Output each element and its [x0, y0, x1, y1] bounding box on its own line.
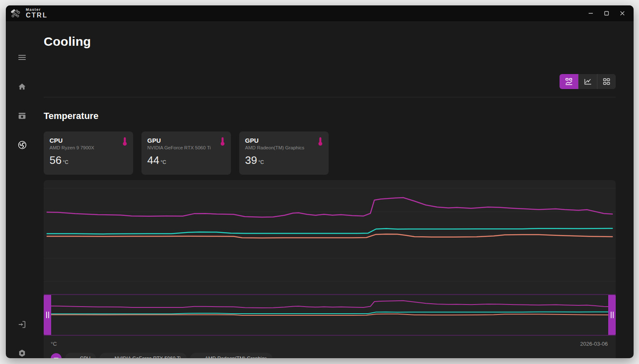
sign-in-button[interactable]	[14, 316, 30, 333]
chart-minimap-brush[interactable]	[44, 294, 616, 336]
brand-wordmark-top: Master	[26, 8, 48, 12]
legend-item-gpu-amd[interactable]: AMD Radeon(TM) Graphics	[190, 353, 273, 358]
legend-color-dash	[196, 358, 202, 359]
brush-handle-left[interactable]	[44, 295, 51, 335]
legend-color-dash	[105, 358, 111, 359]
section-divider	[44, 97, 616, 97]
grid-icon	[602, 77, 611, 86]
minimize-button[interactable]	[585, 8, 597, 19]
app-window: Master CTRL	[6, 5, 634, 358]
card-value: 39°C	[245, 154, 323, 167]
card-title: GPU	[147, 137, 225, 144]
home-icon	[17, 82, 27, 91]
sidebar	[6, 21, 38, 358]
sidebar-item-cooling[interactable]	[14, 136, 30, 153]
legend-item-cpu[interactable]: CPU	[65, 353, 96, 358]
brand-wordmark: Master CTRL	[26, 8, 48, 19]
sensor-card-cpu[interactable]: CPU AMD Ryzen 9 7900X 56°C	[44, 131, 133, 175]
hamburger-icon	[17, 53, 27, 62]
temperature-line-chart	[44, 182, 616, 292]
close-icon	[620, 11, 625, 16]
card-value: 56°C	[50, 154, 127, 167]
card-subtitle: NVIDIA GeForce RTX 5060 Ti	[147, 145, 225, 150]
maximize-button[interactable]	[600, 8, 613, 19]
card-unit: °C	[258, 159, 264, 165]
sensor-cards: CPU AMD Ryzen 9 7900X 56°C GPU NVIDIA Ge…	[44, 131, 329, 175]
settings-icon	[17, 349, 27, 358]
sign-in-icon	[17, 320, 27, 329]
legend-item-gpu-nvidia[interactable]: NVIDIA GeForce RTX 5060 Ti	[99, 353, 186, 358]
chart-date-label: 2026-03-06	[580, 341, 608, 347]
page-title: Cooling	[44, 35, 91, 49]
device-icon	[17, 111, 27, 120]
pause-button[interactable]	[51, 353, 62, 358]
menu-button[interactable]	[14, 49, 30, 66]
temperature-section-title: Temperature	[44, 111, 99, 121]
legend-label: NVIDIA GeForce RTX 5060 Ti	[114, 356, 181, 358]
fan-icon	[17, 140, 27, 150]
view-chart-button[interactable]	[578, 74, 597, 89]
minimap-chart	[44, 295, 616, 335]
main-content: Cooling	[38, 21, 634, 358]
brush-handle-right[interactable]	[608, 295, 616, 335]
thermometer-icon	[317, 136, 323, 146]
card-title: CPU	[50, 137, 127, 144]
y-axis-unit-label: °C	[51, 341, 57, 347]
view-grid-button[interactable]	[597, 74, 616, 89]
sidebar-item-devices[interactable]	[14, 107, 30, 124]
close-button[interactable]	[616, 8, 629, 19]
card-unit: °C	[161, 159, 166, 165]
card-title: GPU	[245, 137, 323, 144]
card-subtitle: AMD Ryzen 9 7900X	[50, 145, 127, 150]
minimize-icon	[588, 11, 593, 16]
settings-button[interactable]	[14, 345, 30, 358]
cards-and-chart-icon	[565, 77, 574, 86]
legend-label: AMD Radeon(TM) Graphics	[205, 356, 267, 358]
view-combined-button[interactable]	[560, 74, 578, 89]
thermometer-icon	[220, 136, 225, 146]
window-controls	[585, 8, 629, 19]
app-logo: Master CTRL	[10, 8, 48, 19]
card-subtitle: AMD Radeon(TM) Graphics	[245, 145, 323, 150]
pause-icon	[54, 358, 59, 358]
titlebar: Master CTRL	[6, 5, 634, 21]
view-toggle-group	[560, 74, 616, 89]
sidebar-item-home[interactable]	[14, 78, 30, 95]
chart-legend: CPU NVIDIA GeForce RTX 5060 Ti AMD Radeo…	[44, 353, 616, 358]
card-unit: °C	[63, 159, 68, 165]
brand-wordmark-bottom: CTRL	[26, 12, 48, 19]
legend-label: CPU	[80, 356, 90, 358]
thermometer-icon	[122, 136, 128, 146]
temperature-chart-panel: °C 2026-03-06 CPU NVIDIA GeForce RTX 506…	[44, 180, 616, 358]
maximize-icon	[604, 11, 609, 16]
sensor-card-gpu-nvidia[interactable]: GPU NVIDIA GeForce RTX 5060 Ti 44°C	[141, 131, 231, 175]
card-value: 44°C	[147, 154, 225, 167]
sensor-card-gpu-amd[interactable]: GPU AMD Radeon(TM) Graphics 39°C	[239, 131, 329, 175]
chart-footer: °C 2026-03-06	[44, 336, 616, 347]
line-chart-icon	[583, 77, 592, 86]
legend-color-dash	[71, 358, 77, 359]
brand-hex-icon	[10, 8, 21, 19]
